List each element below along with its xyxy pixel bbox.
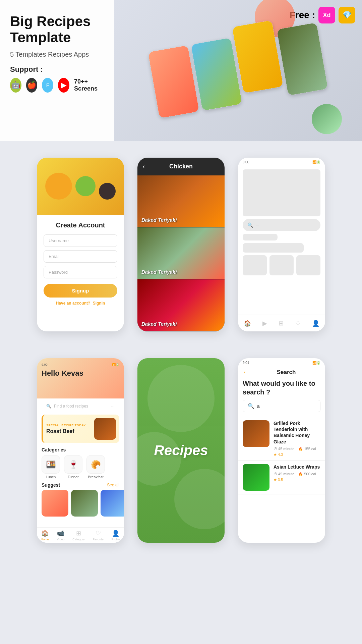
skeleton-tall-block — [243, 169, 320, 216]
kevas-search-bar[interactable]: 🔍 Find a food recipes ··· — [42, 402, 119, 411]
categories-title: Categories — [42, 447, 119, 452]
knav-profile[interactable]: 👤 Profile — [112, 530, 120, 541]
create-title: Create Account — [44, 221, 117, 229]
chicken-label-2: Baked Teriyaki — [141, 269, 177, 275]
chicken-header: ‹ Chicken — [137, 158, 225, 175]
back-arrow-icon[interactable]: ‹ — [143, 163, 145, 170]
nav-profile-icon[interactable]: 👤 — [312, 320, 319, 327]
mini-phone-4 — [277, 22, 328, 96]
knav-home-icon: 🏠 — [41, 530, 49, 537]
category-lunch[interactable]: 🍱 Lunch — [42, 455, 60, 479]
recipes-pattern — [137, 358, 225, 543]
phone-chicken: ‹ Chicken Baked Teriyaki Baked Teriyaki … — [137, 158, 225, 331]
chicken-label-3: Baked Teriyaki — [141, 321, 177, 327]
search-status-icons: 📶🔋 — [312, 361, 320, 365]
knav-video-label: Video — [57, 538, 65, 541]
create-form: Create Account Username Email Password S… — [37, 215, 124, 312]
suggest-card-3[interactable] — [101, 490, 124, 517]
search-result-2[interactable]: Asian Lettuce Wraps ⏱ 45 minute 🔥 500 ca… — [238, 461, 325, 494]
skeleton-icons: 📶🔋 — [312, 160, 320, 164]
nav-grid-icon[interactable]: ⊞ — [279, 320, 284, 327]
knav-video[interactable]: 📹 Video — [57, 530, 65, 541]
have-account-text: Have an account? — [56, 301, 90, 306]
chicken-title: Chicken — [169, 163, 193, 170]
dinner-icon: 🍷 — [64, 455, 82, 474]
android-icon: 🤖 — [10, 78, 21, 93]
special-recipe-tag: SPECIAL RECIPE TODAY — [46, 424, 94, 427]
create-header-image — [37, 158, 124, 215]
support-label: Support : — [10, 65, 104, 74]
password-field[interactable]: Password — [44, 266, 117, 278]
special-recipe-card[interactable]: SPECIAL RECIPE TODAY Roast Beef — [42, 415, 119, 443]
suggest-card-1[interactable] — [42, 490, 68, 517]
chicken-item-3: Baked Teriyaki — [137, 279, 225, 331]
banner-icons: 🤖 🍎 F ▶ 70++ Screens — [10, 78, 104, 93]
knav-home-label: Home — [41, 538, 49, 541]
suggest-card-2[interactable] — [71, 490, 98, 517]
flutter-icon: F — [42, 78, 53, 93]
breakfast-label: Breakfast — [88, 475, 103, 479]
kevas-time: 9:00 — [42, 363, 48, 366]
banner-subtitle: 5 Templates Recipes Apps — [10, 51, 104, 58]
category-dinner[interactable]: 🍷 Dinner — [64, 455, 82, 479]
nav-video-icon[interactable]: ▶ — [262, 320, 267, 327]
search-back-button[interactable]: ← — [243, 369, 249, 376]
fruit-circle-3 — [99, 183, 116, 200]
youtube-icon: ▶ — [58, 78, 69, 93]
kevas-more-icon[interactable]: ··· — [111, 404, 115, 409]
signin-link[interactable]: Signin — [93, 301, 105, 306]
search-question: What would you like to search ? — [238, 379, 325, 400]
phone-collage — [140, 15, 336, 126]
nav-heart-icon[interactable]: ♡ — [295, 320, 301, 327]
kevas-search-icon: 🔍 — [46, 404, 51, 409]
kevas-header: 9:00 📶🔋 Hello Kevas — [37, 358, 124, 398]
chicken-item-1: Baked Teriyaki — [137, 175, 225, 227]
search-time: 9:01 — [243, 361, 249, 365]
suggest-header: Suggest See all — [37, 479, 124, 490]
dinner-label: Dinner — [68, 475, 78, 479]
skeleton-status: 9:00 📶🔋 — [238, 158, 325, 167]
top-banner: Big Recipes Template 5 Templates Recipes… — [0, 0, 362, 141]
knav-favorite[interactable]: ♡ Favorite — [93, 530, 104, 541]
skeleton-nav: 🏠 ▶ ⊞ ♡ 👤 — [238, 315, 325, 331]
knav-video-icon: 📹 — [57, 530, 64, 537]
search-screen-title: Search — [252, 369, 320, 376]
mini-phone-1 — [148, 45, 199, 118]
result-info-1: Grilled Pork Tenderloin with Balsamic Ho… — [274, 420, 320, 457]
svg-point-0 — [147, 365, 215, 432]
search-result-1[interactable]: Grilled Pork Tenderloin with Balsamic Ho… — [238, 417, 325, 461]
mini-phone-3 — [232, 20, 283, 93]
see-all-link[interactable]: See all — [107, 483, 119, 487]
search-input-row[interactable]: 🔍 a — [243, 400, 320, 412]
category-breakfast[interactable]: 🥐 Breakfast — [86, 455, 105, 479]
result-cal-2: 🔥 500 cal — [298, 472, 316, 476]
knav-fav-icon: ♡ — [96, 530, 101, 537]
signup-button[interactable]: Signup — [44, 284, 117, 298]
skeleton-grid-2 — [269, 255, 294, 275]
skeleton-short-1 — [243, 234, 278, 240]
chicken-label-1: Baked Teriyaki — [141, 217, 177, 223]
nav-home-icon[interactable]: 🏠 — [244, 320, 251, 327]
email-field[interactable]: Email — [44, 250, 117, 263]
fruit-circle-2 — [75, 176, 96, 196]
kevas-status-icons: 📶🔋 — [112, 363, 119, 366]
special-recipe-name: Roast Beef — [46, 428, 94, 434]
lunch-label: Lunch — [46, 475, 56, 479]
result-meta-1: ⏱ 45 minute 🔥 155 cal — [274, 447, 320, 451]
breakfast-icon: 🥐 — [86, 455, 105, 474]
result-image-1 — [243, 420, 269, 447]
signin-text: Have an account? Signin — [44, 301, 117, 306]
suggest-scroll — [37, 490, 124, 517]
result-cal-1: 🔥 155 cal — [298, 447, 316, 451]
fruit-circle-1 — [45, 173, 72, 200]
result-rating-1: ★ 4.3 — [274, 452, 320, 457]
result-name-1: Grilled Pork Tenderloin with Balsamic Ho… — [274, 420, 320, 445]
knav-category[interactable]: ⊞ Category — [72, 530, 85, 541]
result-name-2: Asian Lettuce Wraps — [274, 464, 320, 470]
knav-home[interactable]: 🏠 Home — [41, 530, 49, 541]
search-input-value[interactable]: a — [257, 404, 260, 409]
username-field[interactable]: Username — [44, 234, 117, 247]
banner-left: Big Recipes Template 5 Templates Recipes… — [0, 0, 114, 141]
result-time-2: ⏱ 45 minute — [274, 472, 294, 476]
apple-icon: 🍎 — [26, 78, 38, 93]
